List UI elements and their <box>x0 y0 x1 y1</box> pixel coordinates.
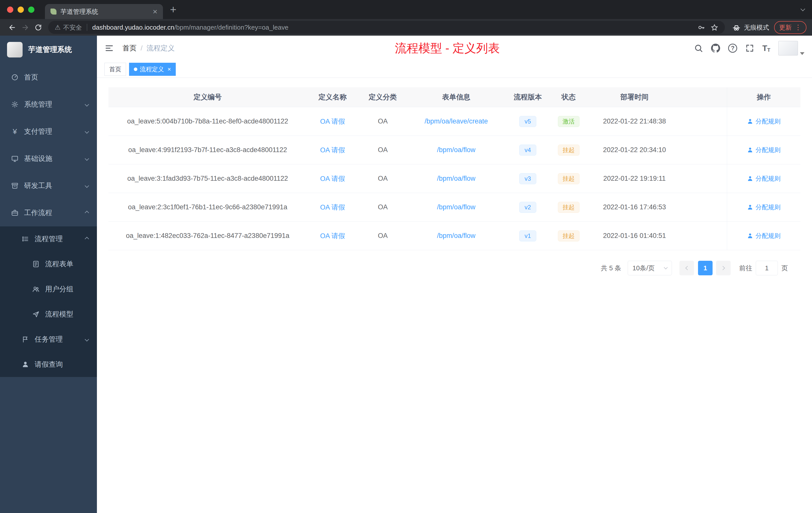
hamburger-icon <box>105 43 114 53</box>
deploy-time: 2022-01-22 20:34:10 <box>587 136 682 164</box>
browser-toolbar: ⚠ 不安全 dashboard.yudao.iocoder.cn /bpm/ma… <box>0 19 812 36</box>
incognito-icon <box>732 23 741 32</box>
assign-rule-link[interactable]: 分配规则 <box>747 232 781 240</box>
definition-id: oa_leave:4:991f2193-7b7f-11ec-a3c8-acde4… <box>109 136 307 164</box>
assign-rule-link[interactable]: 分配规则 <box>747 117 781 125</box>
assign-rule-link[interactable]: 分配规则 <box>747 203 781 211</box>
sidebar-item-workflow[interactable]: 工作流程 <box>0 199 97 227</box>
definition-name-link[interactable]: OA 请假 <box>320 203 345 212</box>
window-close-button[interactable] <box>7 6 13 13</box>
version-badge: v3 <box>519 173 536 184</box>
bookmark-star-button[interactable] <box>710 24 718 31</box>
fullscreen-button[interactable] <box>745 44 754 53</box>
definition-id: oa_leave:1:482ec033-762a-11ec-8477-a2380… <box>109 221 307 250</box>
window-zoom-button[interactable] <box>28 6 34 13</box>
github-button[interactable] <box>711 44 720 53</box>
table-row: oa_leave:3:1fad3d93-7b75-11ec-a3c8-acde4… <box>109 164 801 193</box>
sidebar-item-home[interactable]: 首页 <box>0 64 97 91</box>
definition-name-link[interactable]: OA 请假 <box>320 117 345 126</box>
breadcrumb-home[interactable]: 首页 <box>122 43 137 53</box>
sidebar-item-process-mgmt[interactable]: 流程管理 <box>0 227 97 251</box>
sidebar-item-task-mgmt[interactable]: 任务管理 <box>0 327 97 352</box>
caret-down-icon <box>800 52 805 55</box>
url-path: /bpm/manager/definition?key=oa_leave <box>174 24 289 31</box>
flag-icon <box>22 336 29 343</box>
definition-name-link[interactable]: OA 请假 <box>320 174 345 183</box>
help-button[interactable]: ? <box>728 44 737 53</box>
address-bar[interactable]: ⚠ 不安全 dashboard.yudao.iocoder.cn /bpm/ma… <box>48 21 725 34</box>
sidebar-item-process-model[interactable]: 流程模型 <box>0 302 97 327</box>
password-key-button[interactable] <box>697 24 705 31</box>
navbar-right-tools: ? TT <box>694 41 805 56</box>
new-tab-button[interactable]: + <box>170 4 176 15</box>
browser-update-button[interactable]: 更新 ⋮ <box>774 21 807 34</box>
sidebar-item-leave-query[interactable]: 请假查询 <box>0 352 97 377</box>
chevron-up-icon <box>85 237 89 241</box>
chevron-down-icon <box>85 129 89 134</box>
current-page-button[interactable]: 1 <box>698 261 713 275</box>
definition-name-link[interactable]: OA 请假 <box>320 146 345 155</box>
question-icon: ? <box>731 45 734 52</box>
menu-dots-icon[interactable]: ⋮ <box>795 24 802 31</box>
back-button[interactable] <box>5 21 19 34</box>
logo-avatar <box>7 42 23 58</box>
users-icon <box>32 285 40 293</box>
sidebar-logo[interactable]: 芋道管理系统 <box>0 36 97 64</box>
font-size-button[interactable]: TT <box>762 44 770 53</box>
tab-close-icon[interactable]: × <box>153 7 157 16</box>
page-content: 定义编号 定义名称 定义分类 表单信息 流程版本 状态 部署时间 操作 oa_l… <box>97 78 812 513</box>
forward-icon <box>21 23 29 32</box>
tag-process-definition[interactable]: 流程定义 × <box>129 63 176 76</box>
gear-icon <box>11 101 19 108</box>
form-link[interactable]: /bpm/oa/flow <box>437 203 475 211</box>
window-controls <box>7 6 34 13</box>
incognito-badge: 无痕模式 <box>732 23 769 32</box>
chevron-down-icon <box>85 102 89 107</box>
tab-search-chevron-icon[interactable] <box>801 7 805 11</box>
app-window: 芋道管理系统 首页 系统管理 ¥ 支付管理 基础设施 研发工具 工作 <box>0 36 812 513</box>
sidebar-item-dev-tools[interactable]: 研发工具 <box>0 172 97 199</box>
sidebar-collapse-button[interactable] <box>105 43 114 53</box>
goto-page-input[interactable] <box>756 261 778 275</box>
forward-button[interactable] <box>19 21 32 34</box>
chevron-right-icon <box>721 266 725 270</box>
version-badge: v1 <box>519 231 536 241</box>
definition-name-link[interactable]: OA 请假 <box>320 232 345 240</box>
form-link[interactable]: /bpm/oa/leave/create <box>425 117 488 125</box>
reload-button[interactable] <box>32 21 45 34</box>
definition-category: OA <box>358 107 407 135</box>
form-link[interactable]: /bpm/oa/flow <box>437 146 475 154</box>
browser-tab[interactable]: 芋道管理系统 × <box>45 4 163 19</box>
sidebar-item-process-form[interactable]: 流程表单 <box>0 251 97 277</box>
search-button[interactable] <box>694 44 703 53</box>
monitor-icon <box>11 155 19 162</box>
sidebar: 芋道管理系统 首页 系统管理 ¥ 支付管理 基础设施 研发工具 工作 <box>0 36 97 513</box>
deploy-time: 2022-01-22 19:19:11 <box>587 164 682 193</box>
form-link[interactable]: /bpm/oa/flow <box>437 232 475 240</box>
chevron-left-icon <box>685 266 690 270</box>
table-row: oa_leave:1:482ec033-762a-11ec-8477-a2380… <box>109 221 801 250</box>
table-header-row: 定义编号 定义名称 定义分类 表单信息 流程版本 状态 部署时间 操作 <box>109 87 801 107</box>
tag-home[interactable]: 首页 <box>105 63 126 76</box>
page-size-select[interactable]: 10条/页 <box>628 261 672 275</box>
window-minimize-button[interactable] <box>18 6 24 13</box>
tag-close-icon[interactable]: × <box>168 66 171 72</box>
table-row: oa_leave:5:004b710b-7b8a-11ec-8ef0-acde4… <box>109 107 801 136</box>
user-menu[interactable] <box>778 41 805 56</box>
security-status[interactable]: ⚠ 不安全 <box>55 23 82 32</box>
assign-rule-link[interactable]: 分配规则 <box>747 146 781 154</box>
form-link[interactable]: /bpm/oa/flow <box>437 175 475 182</box>
status-badge: 挂起 <box>558 231 580 241</box>
star-icon <box>710 24 718 31</box>
assign-rule-link[interactable]: 分配规则 <box>747 175 781 183</box>
sidebar-item-system-mgmt[interactable]: 系统管理 <box>0 91 97 118</box>
sidebar-submenu-workflow: 流程管理 流程表单 用户分组 流程模型 任务管理 请假 <box>0 227 97 377</box>
sidebar-item-payment-mgmt[interactable]: ¥ 支付管理 <box>0 118 97 145</box>
col-process-version: 流程版本 <box>505 87 550 107</box>
sidebar-item-user-group[interactable]: 用户分组 <box>0 277 97 302</box>
prev-page-button[interactable] <box>679 261 694 275</box>
main-panel: 首页 / 流程定义 流程模型 - 定义列表 ? TT <box>97 36 812 513</box>
sidebar-item-infrastructure[interactable]: 基础设施 <box>0 145 97 172</box>
definition-category: OA <box>358 221 407 250</box>
next-page-button[interactable] <box>716 261 731 275</box>
